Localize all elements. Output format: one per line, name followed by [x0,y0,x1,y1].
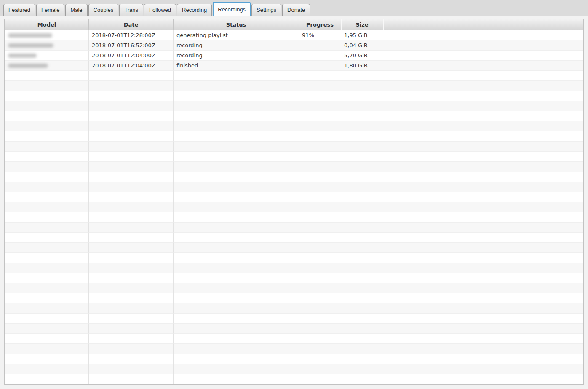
cell-spacer [383,61,583,71]
cell-spacer [383,162,583,172]
cell-model [5,303,89,314]
tab-settings[interactable]: Settings [251,4,281,16]
tab-followed[interactable]: Followed [144,4,176,16]
table-row-empty [5,101,583,111]
table-row-empty [5,324,583,334]
cell-model [5,81,89,91]
table-body: 2018-07-01T12:28:00Zgenerating playlist9… [5,30,583,384]
cell-model [5,131,89,142]
table-row-empty [5,142,583,152]
cell-spacer [383,202,583,212]
table-row-empty [5,81,583,91]
cell-progress [299,293,341,303]
cell-date [89,131,174,142]
cell-spacer [383,152,583,162]
cell-progress [299,202,341,212]
cell-spacer [383,374,583,384]
cell-size [341,253,383,263]
cell-status [174,293,299,303]
cell-size: 0,04 GiB [341,40,383,51]
table-row-empty [5,131,583,142]
cell-model [5,233,89,243]
cell-date [89,152,174,162]
cell-model [5,223,89,233]
cell-status [174,243,299,253]
cell-model [5,283,89,293]
cell-status: recording [174,51,299,61]
tab-couples[interactable]: Couples [88,4,119,16]
tab-recording[interactable]: Recording [177,4,212,16]
cell-status [174,344,299,354]
cell-progress [299,334,341,344]
cell-date [89,101,174,111]
cell-spacer [383,71,583,81]
cell-model [5,293,89,303]
cell-spacer [383,334,583,344]
cell-size [341,334,383,344]
column-header-status[interactable]: Status [174,19,299,30]
redacted-model-name [8,43,53,48]
redacted-model-name [8,33,52,38]
redacted-model-name [8,54,37,58]
cell-spacer [383,293,583,303]
cell-date [89,263,174,273]
cell-spacer [383,324,583,334]
cell-size [341,131,383,142]
cell-progress [299,212,341,223]
tab-featured[interactable]: Featured [3,4,35,16]
table-row[interactable]: 2018-07-01T12:04:00Zrecording5,70 GiB [5,51,583,61]
cell-spacer [383,303,583,314]
cell-status: generating playlist [174,30,299,40]
cell-model [5,71,89,81]
table-row-empty [5,253,583,263]
table-row-empty [5,344,583,354]
column-header-progress[interactable]: Progress [299,19,341,30]
table-row-empty [5,212,583,223]
cell-model [5,172,89,182]
column-header-date[interactable]: Date [89,19,174,30]
cell-spacer [383,354,583,364]
cell-model [5,344,89,354]
tab-recordings[interactable]: Recordings [213,2,251,16]
cell-model [5,51,89,61]
column-header-model[interactable]: Model [5,19,89,30]
cell-progress [299,223,341,233]
cell-size [341,233,383,243]
cell-progress [299,51,341,61]
table-row-empty [5,243,583,253]
cell-model [5,162,89,172]
cell-spacer [383,223,583,233]
tab-male[interactable]: Male [65,4,87,16]
cell-size [341,71,383,81]
table-row-empty [5,364,583,374]
table-row-empty [5,374,583,384]
cell-status [174,233,299,243]
cell-spacer [383,253,583,263]
cell-status [174,263,299,273]
app-window: FeaturedFemaleMaleCouplesTransFollowedRe… [0,0,588,389]
cell-progress [299,233,341,243]
table-row-empty [5,202,583,212]
table-row-empty [5,263,583,273]
cell-date [89,374,174,384]
table-row[interactable]: 2018-07-01T12:04:00Zfinished1,80 GiB [5,61,583,71]
table-row[interactable]: 2018-07-01T12:28:00Zgenerating playlist9… [5,30,583,40]
cell-date [89,354,174,364]
cell-date [89,303,174,314]
column-header-size[interactable]: Size [341,19,383,30]
cell-size [341,273,383,283]
cell-model [5,324,89,334]
cell-status [174,121,299,131]
cell-status [174,314,299,324]
tab-donate[interactable]: Donate [282,4,310,16]
tab-female[interactable]: Female [36,4,64,16]
cell-status [174,364,299,374]
table-row[interactable]: 2018-07-01T16:52:00Zrecording0,04 GiB [5,40,583,51]
cell-progress [299,354,341,364]
tab-trans[interactable]: Trans [119,4,143,16]
cell-status [174,162,299,172]
cell-progress [299,61,341,71]
cell-size [341,142,383,152]
cell-spacer [383,314,583,324]
cell-spacer [383,182,583,192]
